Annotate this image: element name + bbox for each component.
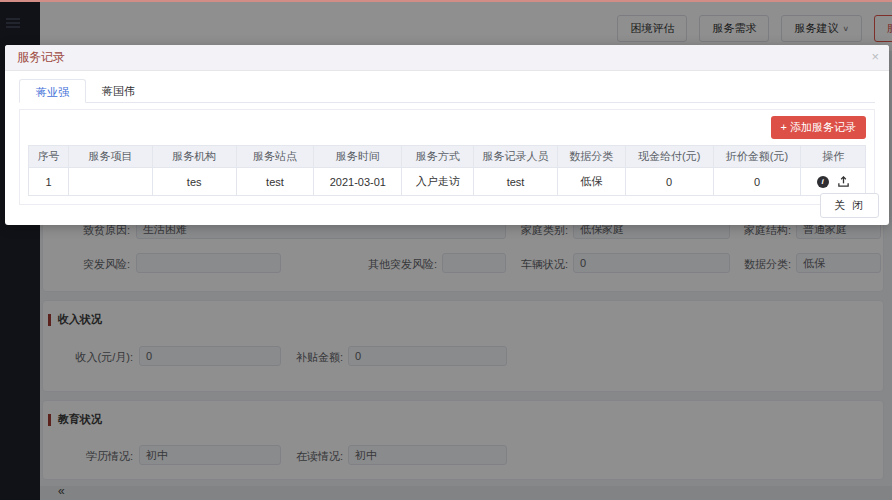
info-icon[interactable]: i [817,176,829,188]
cell-recorder: test [474,168,558,196]
panel-toolbar: + 添加服务记录 [28,116,866,139]
cell-index: 1 [29,168,69,196]
dialog-close-button[interactable]: 关 闭 [820,193,879,218]
col-header: 服务站点 [236,146,314,168]
dialog-body: 蒋业强 蒋国伟 + 添加服务记录 序号 服务项目 [5,71,889,199]
col-header: 服务记录人员 [474,146,558,168]
cell-service-method: 入户走访 [402,168,474,196]
cell-service-org: tes [152,168,236,196]
cell-service-site: test [236,168,314,196]
cell-service-item [69,168,153,196]
col-header: 服务时间 [314,146,402,168]
col-header: 服务方式 [402,146,474,168]
col-header: 折价金额(元) [713,146,801,168]
col-header: 服务机构 [152,146,236,168]
tab-person-1[interactable]: 蒋业强 [19,79,86,103]
col-header: 序号 [29,146,69,168]
col-header: 现金给付(元) [625,146,713,168]
col-header: 操作 [801,146,866,168]
cell-service-time: 2021-03-01 [314,168,402,196]
dialog-header: 服务记录 × [5,45,889,71]
add-service-record-button[interactable]: + 添加服务记录 [771,116,866,139]
records-panel: + 添加服务记录 序号 服务项目 服务机构 服务站点 [19,109,875,205]
cell-cash-amount: 0 [625,168,713,196]
cell-operations: i [801,168,866,196]
tab-person-2[interactable]: 蒋国伟 [86,79,151,103]
close-icon[interactable]: × [871,50,879,63]
person-tabs: 蒋业强 蒋国伟 [19,78,875,103]
cell-discount-amount: 0 [713,168,801,196]
top-theme-line [0,0,892,2]
app-root: 困境评估 服务需求 服务建议 ∨ 服务记录 致贫原因: 生活困难 家庭类别: 低… [0,0,892,500]
table-header-row: 序号 服务项目 服务机构 服务站点 服务时间 服务方式 服务记录人员 数据分类 … [29,146,866,168]
service-records-table: 序号 服务项目 服务机构 服务站点 服务时间 服务方式 服务记录人员 数据分类 … [28,145,866,196]
col-header: 数据分类 [557,146,625,168]
table-row: 1 tes test 2021-03-01 入户走访 test 低保 0 0 [29,168,866,196]
cell-data-category: 低保 [557,168,625,196]
service-records-dialog: 服务记录 × 蒋业强 蒋国伟 + 添加服务记录 [5,45,889,225]
upload-icon[interactable] [837,175,850,188]
col-header: 服务项目 [69,146,153,168]
dialog-title: 服务记录 [17,49,65,66]
